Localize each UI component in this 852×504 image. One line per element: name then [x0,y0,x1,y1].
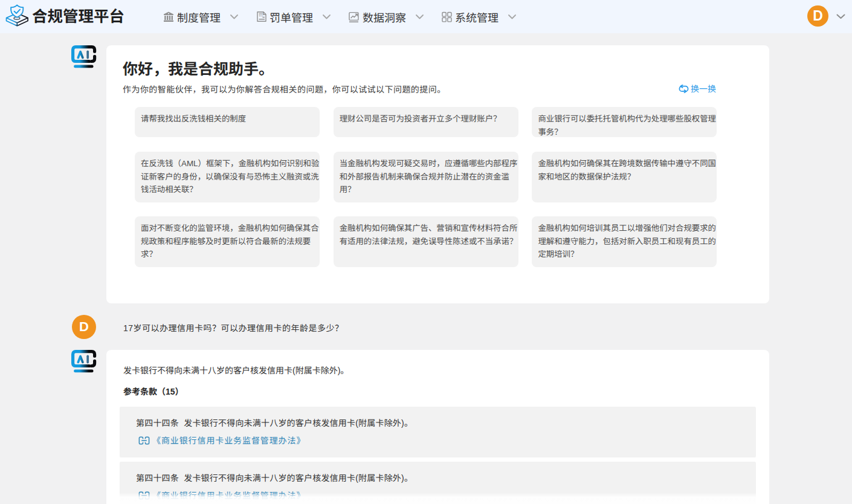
svg-text:罚: 罚 [259,11,263,18]
